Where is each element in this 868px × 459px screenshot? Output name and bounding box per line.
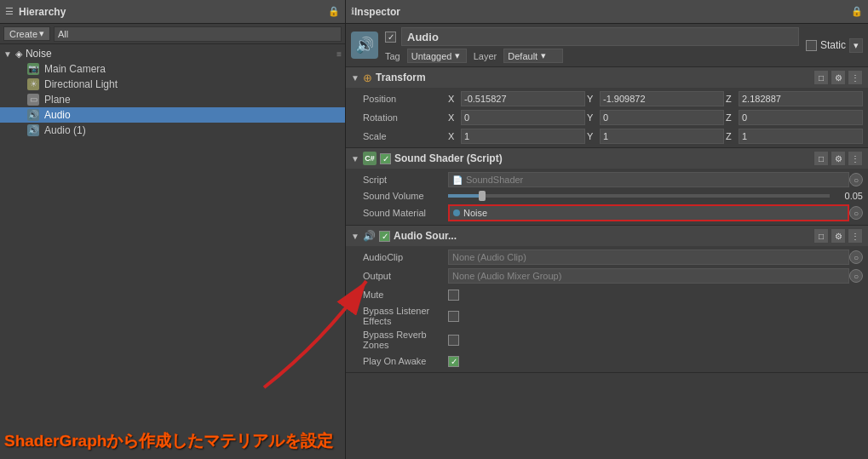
- pos-y-field: Y: [587, 91, 724, 106]
- light-icon: ☀: [27, 78, 39, 90]
- bypass-listener-checkbox[interactable]: [448, 311, 459, 322]
- hierarchy-item-directional-light[interactable]: ☀ Directional Light: [0, 77, 345, 92]
- static-dropdown-arrow[interactable]: ▾: [849, 38, 863, 53]
- volume-label: Sound Volume: [363, 191, 448, 201]
- bypass-listener-label: Bypass Listener Effects: [363, 306, 448, 326]
- pos-z-input[interactable]: [739, 91, 863, 106]
- scale-x-label: X: [448, 131, 460, 141]
- audio-source-expand-icon: ▼: [351, 232, 359, 241]
- transform-tools: □ ⚙ ⋮: [813, 70, 863, 85]
- mute-checkbox[interactable]: [448, 290, 459, 301]
- scale-z-input[interactable]: [739, 129, 863, 144]
- root-name: Noise: [26, 48, 52, 60]
- position-row: Position X Y Z: [346, 89, 868, 108]
- rot-x-input[interactable]: [461, 110, 585, 125]
- hierarchy-item-main-camera[interactable]: 📷 Main Camera: [0, 61, 345, 77]
- script-circle-button[interactable]: ○: [849, 173, 863, 186]
- sound-shader-enabled-checkbox[interactable]: ✓: [380, 153, 391, 164]
- hierarchy-toolbar: Create ▾: [0, 24, 345, 44]
- output-field[interactable]: None (Audio Mixer Group): [448, 268, 849, 284]
- output-label: Output: [363, 271, 448, 281]
- rot-z-input[interactable]: [739, 110, 863, 125]
- scale-y-input[interactable]: [600, 129, 724, 144]
- hierarchy-content: ▼ ◈ Noise ≡ 📷 Main Camera ☀ Directional …: [0, 44, 345, 459]
- camera-icon: 📷: [27, 63, 39, 75]
- audioclip-field[interactable]: None (Audio Clip): [448, 250, 849, 265]
- sound-shader-tools: □ ⚙ ⋮: [813, 151, 863, 166]
- audio-source-tool-2[interactable]: ⚙: [831, 228, 846, 244]
- object-name-input[interactable]: [401, 27, 799, 46]
- scale-label: Scale: [363, 131, 448, 141]
- audio-source-icon: 🔊: [363, 230, 376, 242]
- hierarchy-item-plane[interactable]: ▭ Plane: [0, 92, 345, 107]
- rot-y-input[interactable]: [600, 110, 724, 125]
- layer-label: Layer: [474, 51, 497, 61]
- audio-source-tools: □ ⚙ ⋮: [813, 228, 863, 244]
- script-field[interactable]: 📄 SoundShader: [448, 172, 849, 187]
- volume-value: 0.05: [833, 191, 863, 201]
- hierarchy-item-audio[interactable]: 🔊 Audio: [0, 107, 345, 123]
- bypass-reverb-checkbox[interactable]: [448, 335, 459, 346]
- sound-shader-tool-2[interactable]: ⚙: [831, 151, 846, 166]
- audio-source-tool-1[interactable]: □: [813, 228, 829, 244]
- output-row: Output None (Audio Mixer Group) ○: [346, 267, 868, 285]
- pos-x-input[interactable]: [461, 91, 585, 106]
- audio-source-section: ▼ 🔊 ✓ Audio Sour... □ ⚙ ⋮ AudioClip None…: [346, 226, 868, 373]
- play-on-awake-checkbox[interactable]: ✓: [448, 356, 459, 367]
- audioclip-label: AudioClip: [363, 252, 448, 262]
- sound-shader-section: ▼ C# ✓ Sound Shader (Script) □ ⚙ ⋮ Scrip…: [346, 148, 868, 226]
- object-big-icon: 🔊: [351, 32, 378, 59]
- inspector-content: 🔊 ✓ Tag Untagged ▾ Layer Default ▾: [346, 24, 868, 459]
- hierarchy-panel-header: ☰ Hierarchy 🔒: [0, 0, 345, 24]
- tag-layer-row: Tag Untagged ▾ Layer Default ▾: [385, 49, 799, 63]
- position-values: X Y Z: [448, 91, 863, 106]
- sound-shader-tool-1[interactable]: □: [813, 151, 829, 166]
- transform-icon: ⊕: [363, 72, 372, 84]
- sound-shader-header[interactable]: ▼ C# ✓ Sound Shader (Script) □ ⚙ ⋮: [346, 148, 868, 169]
- hierarchy-search-input[interactable]: [54, 26, 342, 42]
- audioclip-circle-button[interactable]: ○: [849, 250, 863, 264]
- volume-slider-fill: [448, 194, 479, 198]
- volume-slider-thumb[interactable]: [479, 191, 486, 201]
- tag-dropdown[interactable]: Untagged ▾: [407, 49, 467, 63]
- hierarchy-root[interactable]: ▼ ◈ Noise ≡: [0, 46, 345, 61]
- material-circle-button[interactable]: ○: [849, 206, 863, 220]
- layer-dropdown-arrow: ▾: [541, 50, 546, 61]
- rot-y-label: Y: [587, 112, 599, 123]
- sound-shader-tool-3[interactable]: ⋮: [848, 151, 863, 166]
- transform-header[interactable]: ▼ ⊕ Transform □ ⚙ ⋮: [346, 67, 868, 88]
- sound-material-label: Sound Material: [363, 208, 448, 218]
- scale-y-label: Y: [587, 131, 599, 141]
- hierarchy-item-audio-1[interactable]: 🔊 Audio (1): [0, 123, 345, 138]
- plane-label: Plane: [44, 94, 71, 106]
- layer-dropdown[interactable]: Default ▾: [503, 49, 563, 63]
- audio-source-header[interactable]: ▼ 🔊 ✓ Audio Sour... □ ⚙ ⋮: [346, 226, 868, 246]
- transform-tool-1[interactable]: □: [813, 70, 829, 85]
- noise-field[interactable]: Noise: [448, 204, 849, 221]
- pos-y-input[interactable]: [600, 91, 724, 106]
- output-value: None (Audio Mixer Group): [452, 271, 561, 281]
- tag-label: Tag: [385, 51, 400, 61]
- play-on-awake-label: Play On Awake: [363, 356, 448, 366]
- static-checkbox[interactable]: [806, 40, 817, 51]
- sound-shader-expand-icon: ▼: [351, 154, 359, 164]
- sound-shader-body: Script 📄 SoundShader ○ Sound Volume: [346, 169, 868, 225]
- plane-icon: ▭: [27, 94, 39, 106]
- create-button[interactable]: Create ▾: [3, 26, 50, 41]
- output-circle-button[interactable]: ○: [849, 269, 863, 283]
- volume-slider-track[interactable]: [448, 194, 830, 198]
- transform-tool-3[interactable]: ⋮: [848, 70, 863, 85]
- rot-x-field: X: [448, 110, 585, 125]
- volume-row: Sound Volume 0.05: [346, 189, 868, 203]
- object-enabled-checkbox[interactable]: ✓: [385, 32, 396, 43]
- inspector-panel: ℹ Inspector 🔒 🔊 ✓ Tag Untagged ▾ Layer: [346, 0, 868, 459]
- rotation-row: Rotation X Y Z: [346, 108, 868, 127]
- static-area: Static ▾: [806, 38, 863, 53]
- audio-1-icon: 🔊: [27, 124, 39, 136]
- audio-source-enabled-checkbox[interactable]: ✓: [379, 231, 390, 242]
- audio-source-tool-3[interactable]: ⋮: [848, 228, 863, 244]
- transform-tool-2[interactable]: ⚙: [831, 70, 846, 85]
- scale-x-input[interactable]: [461, 129, 585, 144]
- options-icon: ≡: [336, 49, 342, 59]
- volume-slider-area: 0.05: [448, 191, 863, 201]
